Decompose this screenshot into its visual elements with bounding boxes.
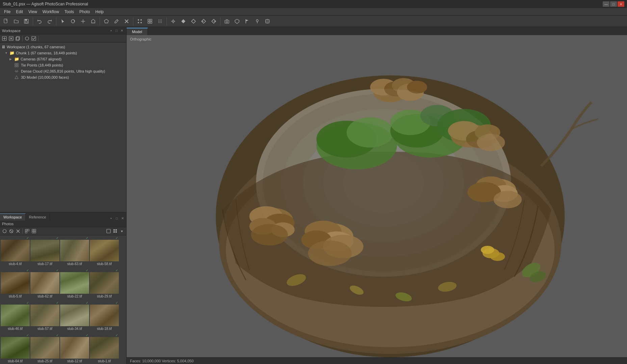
tab-reference[interactable]: Reference [26,213,50,220]
photo-stub-22[interactable]: stub-22.tif [60,272,89,299]
photo-name-5: stub-5.tif [1,294,30,299]
photo-stub-5[interactable]: stub-5.tif [1,272,30,299]
open-button[interactable] [11,17,21,26]
menu-photo[interactable]: Photo [77,9,93,15]
diamond-fill-button[interactable] [179,17,188,26]
camera-button[interactable] [222,17,232,26]
grid-button[interactable] [145,17,155,26]
undo-button[interactable] [35,17,44,26]
photos-view-mode-button[interactable] [105,228,111,234]
viewport-tab-model[interactable]: Model [127,28,148,35]
clear-button[interactable] [122,17,131,26]
pencil-button[interactable] [112,17,121,26]
photo-stub-46[interactable]: stub-46.tif [1,305,30,331]
new-button[interactable] [1,17,11,26]
diamond-outline-button[interactable] [189,17,198,26]
menu-view[interactable]: View [26,9,40,15]
photos-panel-expand-button[interactable]: □ [114,216,119,220]
photo-stub-58[interactable]: stub-58.tif [90,240,119,266]
points-button[interactable] [135,17,145,26]
photo-stub-63[interactable]: stub-63.tif [60,240,89,266]
check-3b: ✓ [56,301,59,305]
photos-uncheck-button[interactable] [8,228,14,234]
marker-button[interactable] [253,17,262,26]
photos-check-all-button[interactable] [1,228,7,234]
svg-point-27 [161,22,162,23]
tab-workspace[interactable]: Workspace [0,213,26,220]
photo-stub-34[interactable]: stub-34.tif [60,305,89,331]
viewport[interactable]: Model Orthographic [127,27,627,364]
svg-line-71 [10,230,12,232]
photo-stub-4[interactable]: stub-4.tif [1,240,30,266]
menu-file[interactable]: File [1,9,13,15]
photos-grid-mode-button[interactable] [112,228,118,234]
shield-button[interactable] [232,17,242,26]
status-text: Faces: 10,000,000 Vertices: 5,004,050 [130,359,193,363]
photos-chunk-button[interactable] [31,228,37,234]
menu-workflow[interactable]: Workflow [40,9,62,15]
workspace-expand-button[interactable]: □ [114,28,119,33]
svg-rect-56 [32,36,36,41]
redo-button[interactable] [45,17,54,26]
photo-name-62: stub-62.tif [30,294,59,299]
photos-align-button[interactable] [24,228,30,234]
menu-tools[interactable]: Tools [62,9,77,15]
photo-stub-64[interactable]: stub-64.tif [1,337,30,364]
dotgrid-button[interactable] [155,17,165,26]
check-1d: ✓ [115,236,118,240]
maximize-button[interactable]: □ [610,1,617,7]
tree-cameras[interactable]: ▶ 📁 Cameras (67/67 aligned) [0,56,126,62]
arrow-left-button[interactable] [199,17,208,26]
photos-panel-collapse-button[interactable]: ▪ [109,216,113,220]
rotate-tool-button[interactable] [68,17,78,26]
tree-workspace-root[interactable]: 🖥 Workspace (1 chunks, 67 cameras) [0,44,126,50]
svg-point-41 [226,21,228,23]
region-select-button[interactable] [88,17,98,26]
viewport-content[interactable]: Orthographic [127,35,627,357]
svg-point-62 [16,70,16,71]
photo-stub-17[interactable]: stub-17.tif [30,240,59,266]
save-button[interactable] [22,17,31,26]
photo-name-29: stub-29.tif [90,294,119,299]
tree-3d-model[interactable]: 3D Model (10,000,000 faces) [0,74,126,80]
ws-circle-button[interactable] [24,35,30,42]
flag-button[interactable] [242,17,252,26]
tree-chunk[interactable]: ▼ 📁 Chunk 1 (67 cameras, 18,449 points) [0,50,126,56]
region-box-button[interactable] [263,17,272,26]
photo-stub-29[interactable]: stub-29.tif [90,272,119,299]
photo-stub-57[interactable]: stub-57.tif [30,305,59,331]
workspace-close-button[interactable]: ✕ [120,28,124,33]
photos-toolbar-left [1,228,37,234]
photo-stub-1[interactable]: stub-1.tif [90,337,119,364]
workspace-root-icon: 🖥 [1,45,5,49]
photo-name-57: stub-57.tif [30,326,59,331]
crosshair-button[interactable] [78,17,88,26]
photos-dropdown-button[interactable] [119,228,125,234]
model-svg [127,35,627,357]
photo-stub-62[interactable]: stub-62.tif [30,272,59,299]
tree-dense-cloud[interactable]: Dense Cloud (42,065,816 points, Ultra hi… [0,68,126,74]
workspace-collapse-button[interactable]: ▪ [109,28,113,33]
photo-stub-12[interactable]: stub-12.tif [60,337,89,364]
photos-remove-button[interactable] [15,228,21,234]
close-button[interactable]: ✕ [618,1,624,7]
camera-path-button[interactable] [168,17,178,26]
polygon-button[interactable] [102,17,111,26]
check-2c: ✓ [86,268,88,272]
photos-toolbar-right [105,228,125,234]
photos-panel-close-button[interactable]: ✕ [120,216,125,220]
ws-copy-button[interactable] [15,35,21,42]
arrow-right-button[interactable] [209,17,218,26]
photo-thumb-1 [90,337,119,359]
svg-point-66 [16,72,16,72]
menu-help[interactable]: Help [93,9,106,15]
select-button[interactable] [58,17,68,26]
minimize-button[interactable]: — [603,1,609,7]
ws-add-chunk-button[interactable] [1,35,7,42]
ws-remove-button[interactable] [8,35,14,42]
photo-stub-25[interactable]: stub-25.tif [30,337,59,364]
tree-tie-points[interactable]: Tie Points (18,449 points) [0,62,126,68]
photo-stub-18[interactable]: stub-18.tif [90,305,119,331]
ws-check-button[interactable] [31,35,37,42]
menu-edit[interactable]: Edit [13,9,26,15]
